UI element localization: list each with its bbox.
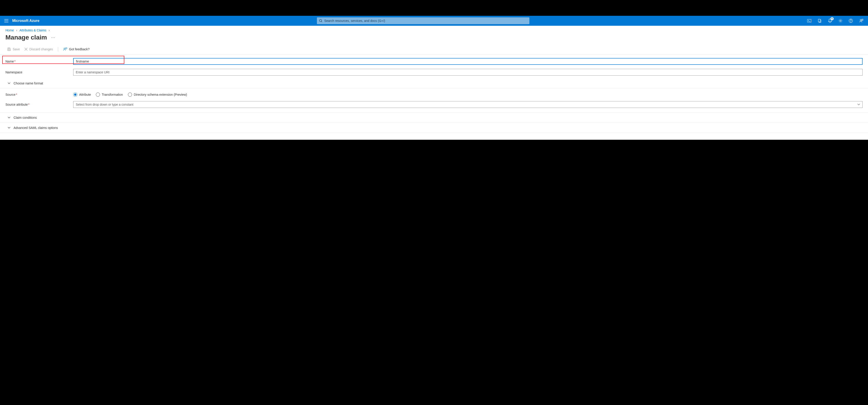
notification-badge: 6 [831, 17, 834, 20]
chevron-right-icon: › [49, 28, 50, 32]
svg-line-4 [321, 22, 322, 22]
claim-conditions-label: Claim conditions [13, 116, 37, 120]
save-button[interactable]: Save [5, 46, 22, 52]
manage-claim-form: Name* Namespace Choose name form [5, 55, 863, 133]
required-indicator: * [16, 93, 17, 96]
name-label: Name [5, 60, 14, 63]
breadcrumb-home[interactable]: Home [5, 28, 14, 32]
feedback-label: Got feedback? [69, 47, 90, 51]
choose-name-format-label: Choose name format [13, 81, 43, 85]
chevron-right-icon: › [16, 28, 17, 32]
chevron-down-icon [857, 104, 860, 105]
page-content: Home › Attributes & Claims › Manage clai… [0, 26, 868, 133]
search-input[interactable] [324, 19, 527, 23]
choose-name-format-expander[interactable]: Choose name format [0, 78, 868, 89]
settings-button[interactable] [835, 16, 845, 26]
help-icon [849, 19, 853, 23]
chevron-down-icon [8, 117, 10, 119]
source-radio-transformation[interactable]: Transformation [96, 93, 123, 97]
source-attribute-select[interactable]: Select from drop down or type a constant [73, 101, 863, 108]
feedback-header-button[interactable] [856, 16, 866, 26]
close-icon [24, 47, 28, 51]
source-radio-directory-ext[interactable]: Directory schema extension (Preview) [128, 93, 187, 97]
svg-rect-5 [807, 20, 811, 22]
more-actions-button[interactable]: ⋯ [51, 35, 56, 40]
svg-point-11 [860, 20, 862, 21]
radio-dot-icon [128, 93, 132, 97]
help-button[interactable] [846, 16, 856, 26]
feedback-button[interactable]: Got feedback? [61, 46, 91, 52]
global-search[interactable] [317, 18, 529, 24]
source-radio-attribute-label: Attribute [79, 93, 91, 96]
source-label: Source [5, 93, 16, 96]
gear-icon [838, 19, 842, 23]
svg-point-16 [64, 48, 65, 49]
advanced-saml-label: Advanced SAML claims options [13, 126, 58, 130]
page-title: Manage claim [5, 34, 47, 41]
claim-conditions-expander[interactable]: Claim conditions [0, 112, 868, 123]
filter-icon [818, 19, 822, 23]
person-feedback-icon [859, 19, 863, 23]
save-label: Save [13, 47, 20, 51]
save-icon [7, 47, 11, 51]
svg-point-8 [840, 20, 841, 22]
app-root: Microsoft Azure 6 [0, 16, 868, 140]
chevron-down-icon [8, 82, 10, 84]
hamburger-icon [4, 19, 8, 22]
source-attribute-placeholder: Select from drop down or type a constant [76, 103, 133, 106]
source-row: Source* Attribute Transformation [5, 89, 863, 98]
name-input[interactable] [73, 58, 863, 65]
radio-dot-icon [73, 93, 77, 97]
discard-label: Discard changes [29, 47, 53, 51]
breadcrumb: Home › Attributes & Claims › [5, 28, 863, 32]
required-indicator: * [14, 60, 16, 63]
svg-rect-13 [8, 49, 10, 50]
cloud-shell-button[interactable] [804, 16, 814, 26]
cloud-shell-icon [807, 19, 811, 22]
directory-filter-button[interactable] [815, 16, 825, 26]
source-attribute-row: Source attribute* Select from drop down … [5, 98, 863, 112]
svg-rect-7 [818, 19, 820, 22]
chevron-down-icon [8, 127, 10, 129]
source-radio-attribute[interactable]: Attribute [73, 93, 91, 97]
source-radio-transformation-label: Transformation [102, 93, 123, 96]
search-icon [319, 19, 322, 22]
namespace-row: Namespace [5, 66, 863, 77]
svg-point-3 [319, 20, 322, 22]
svg-rect-12 [8, 48, 9, 49]
breadcrumb-attributes-claims[interactable]: Attributes & Claims [20, 28, 46, 32]
hamburger-menu-button[interactable] [2, 16, 11, 26]
discard-button[interactable]: Discard changes [23, 46, 55, 52]
person-feedback-icon [63, 47, 67, 51]
required-indicator: * [28, 103, 29, 106]
namespace-label: Namespace [5, 70, 22, 74]
source-radio-group: Attribute Transformation Directory schem… [73, 93, 863, 97]
azure-header: Microsoft Azure 6 [0, 16, 868, 26]
header-actions: 6 [801, 16, 866, 26]
notifications-button[interactable]: 6 [825, 16, 835, 26]
brand-label[interactable]: Microsoft Azure [11, 19, 46, 23]
source-attribute-label: Source attribute [5, 103, 28, 106]
source-radio-directory-ext-label: Directory schema extension (Preview) [134, 93, 187, 96]
radio-dot-icon [96, 93, 100, 97]
advanced-saml-expander[interactable]: Advanced SAML claims options [0, 123, 868, 133]
namespace-input[interactable] [73, 69, 863, 76]
name-row: Name* [5, 57, 863, 66]
toolbar: Save Discard changes Got feedback? [0, 45, 868, 55]
